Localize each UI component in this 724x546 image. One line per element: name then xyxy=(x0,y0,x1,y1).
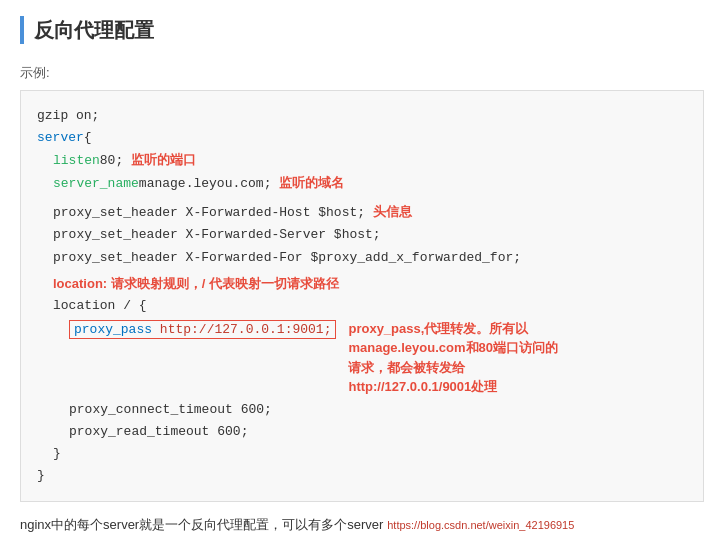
code-gzip-text: gzip on; xyxy=(37,105,99,127)
location-open-text: location / { xyxy=(53,295,147,317)
code-line-read-timeout: proxy_read_timeout 600; xyxy=(37,421,687,443)
title-bar xyxy=(20,16,24,44)
code-listen-val: 80; xyxy=(100,150,123,172)
code-block: gzip on; server { listen 80; 监听的端口 serve… xyxy=(20,90,704,502)
code-line-proxypass: proxy_pass http://127.0.0.1:9001; proxy_… xyxy=(37,319,687,397)
read-timeout-text: proxy_read_timeout 600; xyxy=(69,421,248,443)
code-line-location-comment: location: 请求映射规则，/ 代表映射一切请求路径 xyxy=(37,273,687,295)
code-line-servername: server_name manage.leyou.com; 监听的域名 xyxy=(37,172,687,195)
page-container: 反向代理配置 示例: gzip on; server { listen 80; … xyxy=(0,0,724,546)
proxy2-text: proxy_set_header X-Forwarded-Server $hos… xyxy=(53,224,381,246)
footer-text: nginx中的每个server就是一个反向代理配置，可以有多个server xyxy=(20,517,383,532)
code-line-proxy1: proxy_set_header X-Forwarded-Host $host;… xyxy=(37,201,687,224)
code-line-gzip: gzip on; xyxy=(37,105,687,127)
proxy-pass-bordered: proxy_pass http://127.0.0.1:9001; xyxy=(69,320,336,339)
proxy3-text: proxy_set_header X-Forwarded-For $proxy_… xyxy=(53,247,521,269)
code-line-server: server { xyxy=(37,127,687,149)
code-line-proxy2: proxy_set_header X-Forwarded-Server $hos… xyxy=(37,224,687,246)
code-line-listen: listen 80; 监听的端口 xyxy=(37,149,687,172)
close-location-text: } xyxy=(53,443,61,465)
code-listen-comment: 监听的端口 xyxy=(131,149,196,171)
code-line-location-open: location / { xyxy=(37,295,687,317)
code-listen-kw: listen xyxy=(53,150,100,172)
connect-timeout-text: proxy_connect_timeout 600; xyxy=(69,399,272,421)
proxy-pass-url: http://127.0.0.1:9001; xyxy=(160,322,332,337)
code-servername-kw: server_name xyxy=(53,173,139,195)
example-label: 示例: xyxy=(20,64,704,82)
code-servername-comment: 监听的域名 xyxy=(279,172,344,194)
proxy-pass-box-wrapper: proxy_pass http://127.0.0.1:9001; xyxy=(69,319,336,341)
code-server-kw: server xyxy=(37,127,84,149)
code-line-connect-timeout: proxy_connect_timeout 600; xyxy=(37,399,687,421)
code-server-rest: { xyxy=(84,127,92,149)
proxy-pass-annotation: proxy_pass,代理转发。所有以manage.leyou.com和80端口… xyxy=(348,319,568,397)
code-line-proxy3: proxy_set_header X-Forwarded-For $proxy_… xyxy=(37,247,687,269)
proxy-pass-keyword: proxy_pass xyxy=(74,322,152,337)
code-line-close-server: } xyxy=(37,465,687,487)
footer-link[interactable]: https://blog.csdn.net/weixin_42196915 xyxy=(387,519,574,531)
location-comment-text: location: 请求映射规则，/ 代表映射一切请求路径 xyxy=(53,273,339,295)
code-servername-val: manage.leyou.com; xyxy=(139,173,272,195)
page-title: 反向代理配置 xyxy=(34,17,154,44)
code-line-close-location: } xyxy=(37,443,687,465)
close-server-text: } xyxy=(37,465,45,487)
title-section: 反向代理配置 xyxy=(20,16,704,52)
footer-section: nginx中的每个server就是一个反向代理配置，可以有多个server ht… xyxy=(20,516,704,534)
proxy1-comment: 头信息 xyxy=(373,201,412,223)
proxy1-text: proxy_set_header X-Forwarded-Host $host; xyxy=(53,202,365,224)
